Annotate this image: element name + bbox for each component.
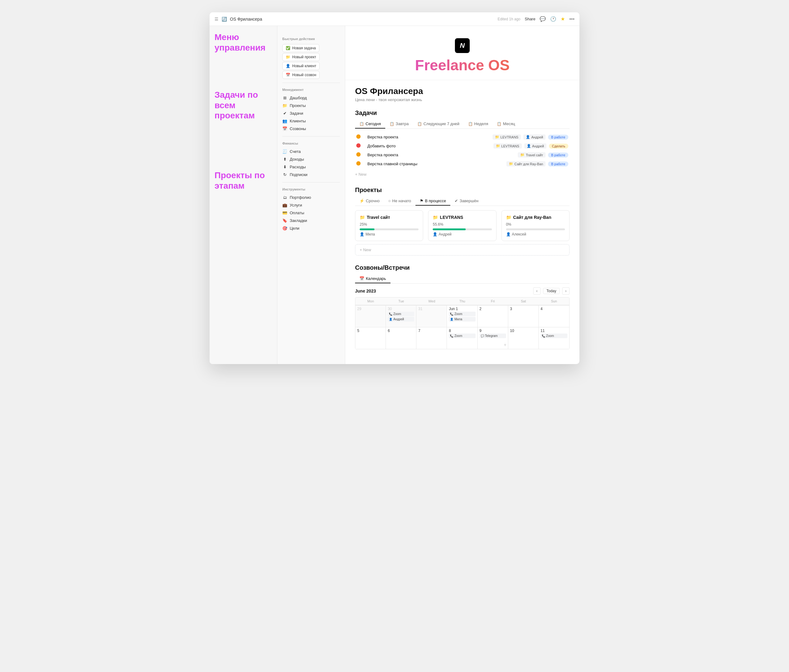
payments-label: Оплаты	[290, 211, 304, 215]
share-button[interactable]: Share	[525, 17, 535, 21]
tab-week[interactable]: 📋 Неделя	[464, 120, 492, 128]
sidebar-item-calls[interactable]: 📅 Созвоны	[277, 125, 345, 133]
projects-grid: 📁 Travel сайт 25% 👤 Мила	[355, 210, 570, 241]
clients-label: Клиенты	[290, 119, 306, 123]
calls-heading: Созвоны/Встречи	[355, 264, 570, 271]
task-badge: В работе	[548, 153, 568, 157]
sidebar-item-projects[interactable]: 📁 Проекты	[277, 102, 345, 109]
project-folder-icon: 📁	[433, 215, 438, 220]
calendar-icon: 📅	[359, 276, 364, 281]
proj-tab-inprogress[interactable]: ⚑ В процессе	[415, 197, 450, 206]
task-meta: 📁 LEVTRANS 👤 Андрей Сделать	[449, 143, 568, 149]
person-name: Мила	[366, 232, 375, 237]
cell-date: 10	[510, 329, 537, 333]
cell-date: 31	[418, 307, 445, 311]
day-header-wed: Wed	[416, 298, 447, 305]
sidebar-item-services[interactable]: 💼 Услуги	[277, 201, 345, 209]
cal-event: 📞Zoom	[388, 312, 414, 316]
calendar-week-2: 5 6 7 8 📞Zoom 9 💬Telegram +	[355, 327, 569, 349]
tab-month[interactable]: 📋 Месяц	[492, 120, 519, 128]
calls-tabs-row: 📅 Календарь	[355, 274, 570, 283]
tasks-add-new[interactable]: + New	[355, 171, 570, 178]
new-client-label: Новый клиент	[292, 64, 316, 68]
income-label: Доходы	[290, 157, 304, 162]
project-progress-fill	[360, 229, 374, 230]
invoices-label: Счета	[290, 149, 301, 154]
new-project-button[interactable]: 📁 Новый проект	[282, 53, 319, 61]
tab-week-icon: 📋	[468, 122, 473, 126]
sidebar-item-portfolio[interactable]: 🗂 Портфолио	[277, 194, 345, 201]
new-task-button[interactable]: ✅ Новая задача	[282, 44, 319, 52]
new-call-button[interactable]: 📅 Новый созвон	[282, 71, 319, 79]
menu-icon[interactable]: ☰	[214, 17, 219, 22]
topbar: ☰ 🔄 OS Фрилансера Edited 1h ago Share 💬 …	[209, 12, 580, 26]
page-icon: 🔄	[222, 17, 227, 22]
cal-next-button[interactable]: ›	[562, 287, 570, 295]
cal-prev-button[interactable]: ‹	[533, 287, 541, 295]
more-icon[interactable]: •••	[569, 16, 575, 22]
sidebar-item-bookmarks[interactable]: 🔖 Закладки	[277, 217, 345, 224]
tasks-icon: ✔	[282, 111, 287, 115]
sidebar-item-tasks[interactable]: ✔ Задачи	[277, 109, 345, 117]
project-name: LEVTRANS	[440, 215, 463, 220]
history-icon[interactable]: 🕐	[550, 16, 556, 22]
projects-heading: Проекты	[355, 187, 570, 194]
cal-event: 📞Zoom	[449, 334, 475, 338]
proj-tab-urgent[interactable]: ⚡ Срочно	[355, 197, 384, 206]
event-label: Zoom	[454, 334, 462, 338]
project-card-title: 📁 Сайт для Ray-Ban	[506, 215, 565, 220]
task-person: 👤 Андрей	[524, 143, 546, 149]
subscriptions-label: Подписки	[290, 172, 308, 177]
portfolio-icon: 🗂	[282, 195, 287, 200]
sidebar-item-payments[interactable]: 💳 Оплаты	[277, 209, 345, 217]
task-folder: 📁 LEVTRANS	[494, 143, 522, 149]
portfolio-label: Портфолио	[290, 195, 311, 200]
tab-calendar[interactable]: 📅 Календарь	[355, 274, 390, 283]
projects-add-new[interactable]: + New	[355, 244, 570, 256]
sidebar-item-subscriptions[interactable]: ↻ Подписки	[277, 171, 345, 179]
project-percent: 0%	[506, 222, 565, 227]
cal-event: 📞Zoom	[449, 312, 475, 316]
proj-tab-notstarted[interactable]: ○ Не начато	[384, 197, 415, 206]
sidebar-item-goals[interactable]: 🎯 Цели	[277, 224, 345, 232]
cal-cell: 4	[539, 306, 569, 327]
event-icon: 👤	[389, 318, 392, 321]
day-header-mon: Mon	[355, 298, 386, 305]
day-header-fri: Fri	[478, 298, 508, 305]
tab-next7-label: Следующие 7 дней	[423, 122, 460, 126]
project-card-title: 📁 LEVTRANS	[433, 215, 492, 220]
dashboard-label: Дашборд	[290, 96, 307, 100]
cal-today-button[interactable]: Today	[543, 288, 560, 294]
notion-logo: N	[455, 38, 470, 53]
cal-event: 📞Zoom	[541, 334, 567, 338]
tab-next7[interactable]: 📋 Следующие 7 дней	[413, 120, 464, 128]
annotation-menu-label: Меню управления	[214, 32, 272, 53]
hero-title-pink: Freelance	[415, 57, 488, 74]
project-percent: 55.6%	[433, 222, 492, 227]
sidebar-item-income[interactable]: ⬆ Доходы	[277, 155, 345, 163]
star-icon[interactable]: ★	[561, 16, 565, 22]
project-person: 👤 Мила	[360, 232, 418, 237]
proj-tab-done[interactable]: ✔ Завершён	[450, 197, 482, 206]
topbar-title: OS Фрилансера	[230, 17, 262, 22]
projects-label: Проекты	[290, 103, 306, 108]
project-progress-bg	[360, 229, 418, 230]
sidebar-item-clients[interactable]: 👥 Клиенты	[277, 117, 345, 125]
goals-label: Цели	[290, 226, 299, 230]
person-icon: 👤	[506, 232, 511, 237]
tab-today[interactable]: 📋 Сегодня	[355, 120, 385, 128]
sidebar-item-expenses[interactable]: ⬇ Расходы	[277, 163, 345, 171]
topbar-left: ☰ 🔄 OS Фрилансера	[214, 17, 494, 22]
expenses-icon: ⬇	[282, 165, 287, 169]
comment-icon[interactable]: 💬	[540, 16, 546, 22]
new-client-button[interactable]: 👤 Новый клиент	[282, 62, 319, 70]
calendar-label: Календарь	[366, 276, 386, 281]
notstarted-label: Не начато	[392, 198, 411, 203]
task-row: Добавить фото 📁 LEVTRANS 👤 Андрей Сделат…	[355, 141, 570, 150]
task-name: Верстка проекта	[366, 150, 448, 159]
sidebar-item-invoices[interactable]: 🧾 Счета	[277, 148, 345, 155]
tab-tomorrow[interactable]: 📋 Завтра	[385, 120, 413, 128]
cal-add-button[interactable]: +	[504, 342, 506, 348]
sidebar-item-dashboard[interactable]: ⊞ Дашборд	[277, 94, 345, 102]
task-meta: 📁 Travel сайт В работе	[449, 152, 568, 157]
